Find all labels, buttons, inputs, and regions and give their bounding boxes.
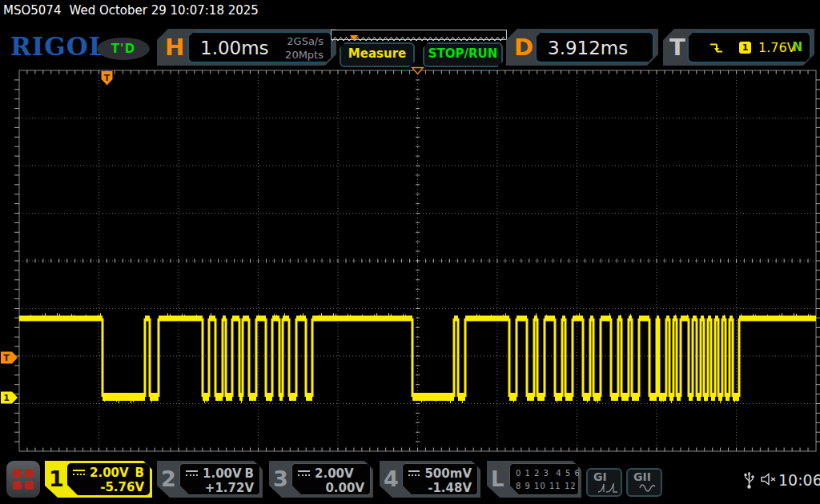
dc-coupling-icon (186, 470, 198, 478)
digital-channels-row-1: 0 1 2 3 4 5 6 7 (516, 467, 573, 480)
acquisition-info: 2GSa/s 20Mpts (285, 35, 324, 62)
svg-text:T: T (104, 73, 111, 83)
usb-icon (743, 470, 755, 490)
generator-1-button[interactable]: GI (586, 468, 622, 497)
channel-3-box[interactable]: 3 2.00V 0.00V (269, 461, 373, 498)
dc-coupling-icon (408, 470, 420, 478)
measure-button[interactable]: Measure (340, 42, 415, 67)
sine-waveform-icon (639, 482, 658, 494)
trigger-settings-box[interactable]: T 1 1.76V N (663, 29, 814, 66)
channel-4-scale: 500mV (424, 466, 472, 481)
trigger-panel[interactable]: 1 1.76V N (687, 31, 811, 63)
delay-settings-box[interactable]: D 3.912ms (506, 29, 658, 66)
logic-analyzer-panel: 0 1 2 3 4 5 6 7 8 9 10 11 12 13 14 15 (509, 463, 579, 495)
channel-1-offset: -5.76V (73, 480, 144, 494)
clock: 10:06 (778, 471, 820, 489)
logic-analyzer-label: L (491, 466, 504, 492)
sample-rate: 2GSa/s (285, 35, 324, 49)
memory-preview-strip[interactable] (331, 30, 507, 40)
channel-1-box[interactable]: 1 2.00VB -5.76V (45, 461, 152, 498)
channel-4-number: 4 (384, 466, 399, 492)
horizontal-settings-box[interactable]: H 1.00ms 2GSa/s 20Mpts (157, 29, 336, 66)
channel-3-number: 3 (273, 466, 288, 492)
trigger-label: T (669, 34, 685, 61)
delay-value: 3.912ms (548, 38, 628, 58)
delay-panel[interactable]: 3.912ms (535, 31, 654, 63)
memory-depth: 20Mpts (285, 49, 324, 62)
logic-analyzer-box[interactable]: L 0 1 2 3 4 5 6 7 8 9 10 11 12 13 14 15 (487, 461, 581, 498)
falling-edge-icon (709, 41, 723, 54)
channel-2-offset: +1.72V (186, 481, 254, 495)
channel-2-scale: 1.00V (203, 466, 242, 481)
menu-button[interactable] (6, 461, 40, 498)
generator-2-button[interactable]: GII (626, 468, 662, 497)
channel-1-number: 1 (49, 466, 64, 492)
trigger-level-value: 1.76V (758, 40, 796, 55)
pulse-waveform-icon (597, 482, 618, 494)
channel-2-number: 2 (161, 466, 176, 492)
channel-3-scale: 2.00V (315, 466, 354, 481)
channel-1-scale: 2.00V (90, 466, 129, 480)
dc-coupling-icon (73, 470, 85, 477)
digital-channels-row-2: 8 9 10 11 12 13 14 15 (516, 480, 573, 493)
channel-4-box[interactable]: 4 500mV -1.48V (380, 461, 480, 498)
channel-2-box[interactable]: 2 1.00VB +1.72V (157, 461, 263, 498)
memory-waveform-icon (332, 35, 504, 42)
generator-2-label: GII (633, 470, 651, 483)
bandwidth-limit-badge: B (135, 466, 144, 480)
model-name: MSO5074 (3, 3, 61, 18)
datetime: Wed October 29 10:07:18 2025 (69, 3, 258, 18)
speaker-muted-icon (760, 472, 778, 486)
status-bar: MSO5074Wed October 29 10:07:18 2025 (3, 3, 259, 18)
svg-text:T: T (3, 353, 10, 363)
trigger-source-badge: 1 (739, 42, 751, 54)
trigger-slope: N (792, 40, 802, 54)
oscilloscope-screen: TT1 MSO5074Wed October 29 10:07:18 2025 … (0, 0, 820, 504)
delay-label: D (514, 34, 533, 61)
channel-3-offset: 0.00V (298, 481, 364, 495)
menu-grid-icon (13, 469, 22, 478)
channel-3-panel: 2.00V 0.00V (291, 463, 371, 495)
bandwidth-limit-badge: B (245, 466, 254, 481)
channel-2-panel: 1.00VB +1.72V (179, 463, 260, 495)
svg-text:1: 1 (3, 393, 10, 403)
channel-4-panel: 500mV -1.48V (402, 463, 478, 495)
horizontal-label: H (165, 34, 184, 61)
channel-1-panel: 2.00VB -5.76V (67, 463, 150, 495)
rigol-logo: RIGOL (10, 32, 107, 61)
channel-4-offset: -1.48V (408, 481, 472, 495)
dc-coupling-icon (298, 470, 310, 478)
trigger-status-badge: T'D (97, 38, 150, 60)
stop-run-button[interactable]: STOP/RUN (423, 42, 503, 67)
timebase-value: 1.00ms (200, 38, 269, 58)
timebase-panel[interactable]: 1.00ms 2GSa/s 20Mpts (187, 31, 332, 63)
waveform-display: TT1 (0, 0, 820, 504)
